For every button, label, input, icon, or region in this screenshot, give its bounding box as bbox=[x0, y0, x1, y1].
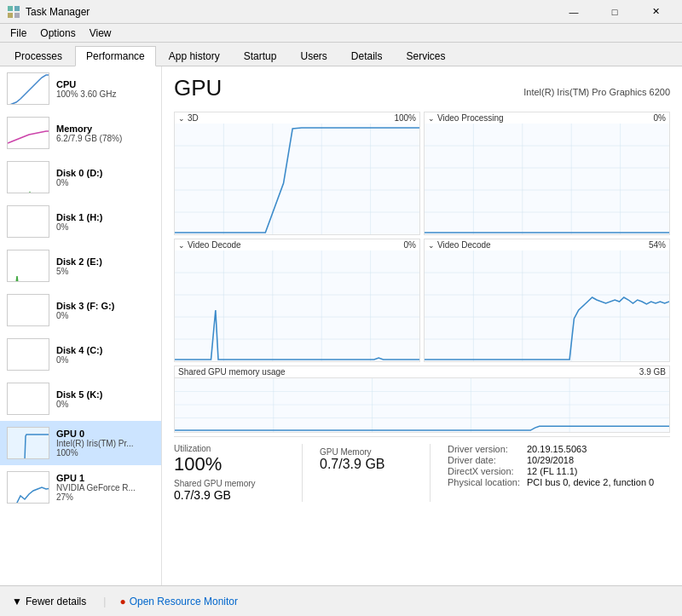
utilization-value: 100% bbox=[174, 453, 285, 475]
menu-options[interactable]: Options bbox=[33, 26, 82, 41]
shared-gpu-chart bbox=[174, 377, 670, 433]
chart-vd1-percent: 0% bbox=[404, 240, 416, 250]
chevron-icon-vd1: ⌄ bbox=[178, 241, 185, 250]
svg-rect-8 bbox=[8, 250, 49, 282]
disk3-subtitle: 0% bbox=[56, 311, 154, 320]
chevron-icon: ⌄ bbox=[178, 114, 185, 123]
chart-vd2-body bbox=[425, 250, 669, 361]
title-bar: Task Manager — □ ✕ bbox=[0, 0, 682, 24]
disk5-info: Disk 5 (K:) 0% bbox=[56, 389, 154, 409]
gpu1-subtitle: NVIDIA GeForce R... bbox=[56, 483, 154, 492]
info-section: Driver version: 20.19.15.5063 Driver dat… bbox=[430, 444, 670, 502]
tab-details[interactable]: Details bbox=[340, 46, 394, 66]
tab-startup[interactable]: Startup bbox=[233, 46, 288, 66]
chart-vd2-label: Video Decode bbox=[437, 240, 491, 250]
sidebar-item-disk3[interactable]: Disk 3 (F: G:) 0% bbox=[0, 288, 161, 332]
gpu1-mini-graph bbox=[7, 471, 49, 504]
disk1-title: Disk 1 (H:) bbox=[56, 212, 154, 222]
svg-rect-0 bbox=[8, 6, 13, 11]
chart-3d: ⌄ 3D 100% bbox=[174, 112, 420, 235]
cpu-subtitle: 100% 3.60 GHz bbox=[56, 89, 154, 99]
shared-gpu-label: Shared GPU memory usage bbox=[178, 367, 286, 377]
sidebar-item-memory[interactable]: Memory 6.2/7.9 GB (78%) bbox=[0, 111, 161, 155]
main-content: CPU 100% 3.60 GHz Memory 6.2/7.9 GB (78%… bbox=[0, 66, 682, 585]
open-resource-label: Open Resource Monitor bbox=[130, 596, 238, 607]
sidebar-item-disk0[interactable]: Disk 0 (D:) 0% bbox=[0, 155, 161, 199]
disk0-info: Disk 0 (D:) 0% bbox=[56, 168, 154, 187]
window-title: Task Manager bbox=[26, 6, 554, 18]
svg-rect-7 bbox=[8, 206, 49, 238]
minimize-button[interactable]: — bbox=[554, 0, 593, 24]
chart-3d-header: ⌄ 3D 100% bbox=[175, 112, 419, 124]
chart-3d-percent: 100% bbox=[394, 113, 416, 123]
fewer-details-icon: ▼ bbox=[12, 596, 22, 607]
chart-vd1-label: Video Decode bbox=[188, 240, 241, 250]
open-resource-icon: ● bbox=[119, 596, 125, 607]
disk4-title: Disk 4 (C:) bbox=[56, 345, 154, 355]
gpu-memory-value: 0.7/3.9 GB bbox=[320, 457, 413, 472]
app-icon bbox=[7, 5, 20, 19]
chart-vd1-header: ⌄ Video Decode 0% bbox=[175, 239, 419, 250]
disk3-mini-graph bbox=[7, 294, 49, 326]
sidebar-item-gpu1[interactable]: GPU 1 NVIDIA GeForce R... 27% bbox=[0, 465, 161, 509]
driver-version-label: Driver version: bbox=[448, 444, 520, 454]
gpu-memory-label: GPU Memory bbox=[320, 447, 413, 457]
physical-value: PCI bus 0, device 2, function 0 bbox=[527, 477, 670, 487]
svg-rect-4 bbox=[8, 73, 49, 105]
svg-rect-9 bbox=[8, 295, 49, 326]
disk0-mini-graph bbox=[7, 161, 49, 193]
charts-grid: ⌄ 3D 100% bbox=[174, 112, 670, 362]
tab-users[interactable]: Users bbox=[289, 46, 338, 66]
sidebar-item-disk2[interactable]: Disk 2 (E:) 5% bbox=[0, 244, 161, 288]
disk2-info: Disk 2 (E:) 5% bbox=[56, 256, 154, 276]
sidebar-item-disk4[interactable]: Disk 4 (C:) 0% bbox=[0, 332, 161, 377]
shared-gpu-section: Shared GPU memory usage 3.9 GB bbox=[174, 366, 670, 433]
shared-gpu-value: 3.9 GB bbox=[639, 367, 666, 377]
menu-view[interactable]: View bbox=[83, 26, 118, 41]
disk2-mini-graph bbox=[7, 250, 49, 282]
tab-performance[interactable]: Performance bbox=[75, 46, 156, 66]
memory-subtitle: 6.2/7.9 GB (78%) bbox=[56, 134, 154, 143]
svg-rect-5 bbox=[8, 118, 49, 149]
right-panel: GPU Intel(R) Iris(TM) Pro Graphics 6200 … bbox=[162, 66, 682, 585]
fewer-details-button[interactable]: ▼ Fewer details bbox=[9, 594, 90, 609]
stat-gpu-memory: GPU Memory 0.7/3.9 GB bbox=[302, 444, 413, 502]
disk0-subtitle: 0% bbox=[56, 178, 154, 187]
tab-services[interactable]: Services bbox=[396, 46, 457, 66]
disk1-info: Disk 1 (H:) 0% bbox=[56, 212, 154, 232]
disk1-subtitle: 0% bbox=[56, 222, 154, 232]
gpu0-subtitle: Intel(R) Iris(TM) Pr... bbox=[56, 439, 154, 448]
svg-rect-1 bbox=[14, 6, 20, 11]
bottom-bar: ▼ Fewer details | ● Open Resource Monito… bbox=[0, 585, 682, 616]
maximize-button[interactable]: □ bbox=[595, 0, 634, 24]
sidebar-item-disk1[interactable]: Disk 1 (H:) 0% bbox=[0, 199, 161, 244]
sidebar-item-disk5[interactable]: Disk 5 (K:) 0% bbox=[0, 377, 161, 421]
tab-processes[interactable]: Processes bbox=[3, 46, 73, 66]
disk1-mini-graph bbox=[7, 205, 49, 238]
gpu0-info: GPU 0 Intel(R) Iris(TM) Pr... 100% bbox=[56, 429, 154, 458]
disk4-info: Disk 4 (C:) 0% bbox=[56, 345, 154, 365]
gpu-title: GPU bbox=[174, 75, 222, 101]
disk5-title: Disk 5 (K:) bbox=[56, 389, 154, 400]
chart-3d-body bbox=[175, 124, 419, 234]
shared-gpu-header: Shared GPU memory usage 3.9 GB bbox=[174, 366, 670, 377]
gpu-device-name: Intel(R) Iris(TM) Pro Graphics 6200 bbox=[523, 87, 670, 97]
cpu-info: CPU 100% 3.60 GHz bbox=[56, 79, 154, 99]
sidebar-item-gpu0[interactable]: GPU 0 Intel(R) Iris(TM) Pr... 100% bbox=[0, 421, 161, 465]
chart-vp: ⌄ Video Processing 0% bbox=[424, 112, 670, 235]
svg-rect-10 bbox=[8, 339, 49, 371]
utilization-label: Utilization bbox=[174, 444, 285, 453]
chevron-icon-vp: ⌄ bbox=[428, 114, 435, 123]
gpu1-title: GPU 1 bbox=[56, 473, 154, 483]
disk3-title: Disk 3 (F: G:) bbox=[56, 301, 154, 311]
disk2-title: Disk 2 (E:) bbox=[56, 256, 154, 267]
stat-utilization: Utilization 100% Shared GPU memory 0.7/3… bbox=[174, 444, 285, 502]
tab-app-history[interactable]: App history bbox=[158, 46, 231, 66]
chart-vd2: ⌄ Video Decode 54% bbox=[424, 239, 670, 362]
close-button[interactable]: ✕ bbox=[636, 0, 675, 24]
menu-file[interactable]: File bbox=[3, 26, 33, 41]
sidebar-item-cpu[interactable]: CPU 100% 3.60 GHz bbox=[0, 66, 161, 111]
chart-vp-label: Video Processing bbox=[437, 113, 504, 123]
gpu1-info: GPU 1 NVIDIA GeForce R... 27% bbox=[56, 473, 154, 502]
open-resource-monitor-link[interactable]: ● Open Resource Monitor bbox=[119, 596, 238, 607]
